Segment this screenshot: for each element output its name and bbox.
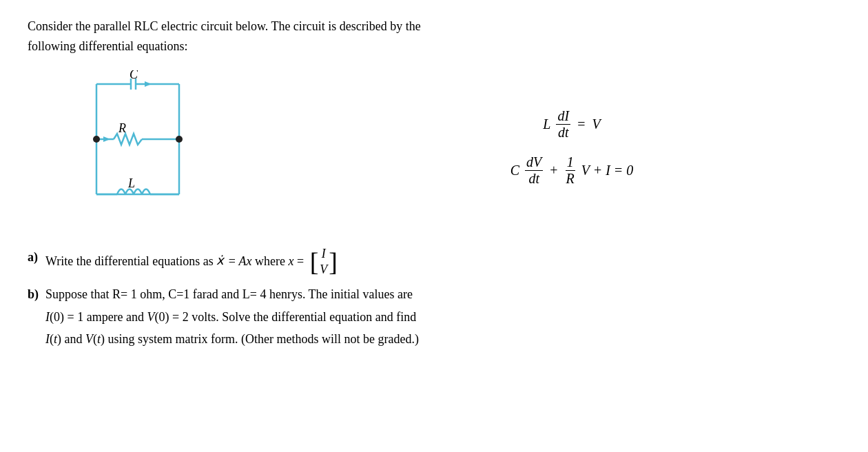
eq1-equals: = [577, 116, 585, 132]
part-b-label: b) [28, 283, 43, 305]
svg-marker-13 [103, 136, 110, 142]
eq2-1overR-fraction: 1 R [565, 154, 576, 187]
part-a-content: Write the differential equations as ẋ = … [45, 246, 840, 278]
equations-block: L dI dt = V C dV dt + 1 R V + I = 0 [303, 108, 840, 187]
svg-point-11 [93, 136, 100, 143]
eq2-denom: dt [527, 171, 541, 187]
eq2-frac-denom: R [565, 171, 576, 187]
eq2-numer: dV [525, 154, 543, 171]
part-a: a) Write the differential equations as ẋ… [28, 246, 840, 278]
intro-line1: Consider the parallel RLC electric circu… [28, 19, 421, 33]
circuit-diagram: C R L [69, 70, 248, 225]
matrix-row-V: V [320, 262, 327, 278]
eq2-C: C [510, 163, 519, 178]
eq1-rhs: V [592, 116, 600, 132]
matrix-x: [ I V ] [310, 246, 338, 278]
matrix-row-I: I [322, 246, 326, 262]
equation-1: L dI dt = V [540, 108, 603, 141]
left-bracket: [ [310, 249, 319, 275]
eq2-frac-numer: 1 [566, 154, 575, 171]
eq1-fraction: dI dt [556, 108, 570, 141]
eq2-rhs: V + I = 0 [581, 163, 634, 178]
svg-text:C: C [130, 70, 138, 81]
part-a-label: a) [28, 246, 43, 268]
part-b-content: Suppose that R= 1 ohm, C=1 farad and L= … [45, 283, 840, 350]
intro-line2: following differential equations: [28, 39, 188, 53]
xdot-symbol: ẋ [216, 249, 224, 271]
svg-text:L: L [127, 176, 135, 190]
parts-section: a) Write the differential equations as ẋ… [28, 246, 840, 351]
eq2-fraction: dV dt [525, 154, 543, 187]
right-bracket: ] [329, 249, 338, 275]
eq1-denom: dt [557, 125, 570, 141]
eq1-L: L [543, 116, 550, 132]
svg-text:R: R [118, 121, 126, 135]
equation-2: C dV dt + 1 R V + I = 0 [508, 154, 637, 187]
svg-point-12 [176, 136, 183, 143]
circuit-equations-row: C R L L dI dt = V C dV dt + [28, 70, 840, 225]
eq2-plus: + [550, 163, 557, 178]
matrix-content: I V [320, 246, 327, 278]
svg-marker-8 [145, 81, 152, 87]
intro-paragraph: Consider the parallel RLC electric circu… [28, 17, 840, 56]
eq1-numer: dI [556, 108, 570, 125]
part-b: b) Suppose that R= 1 ohm, C=1 farad and … [28, 283, 840, 350]
